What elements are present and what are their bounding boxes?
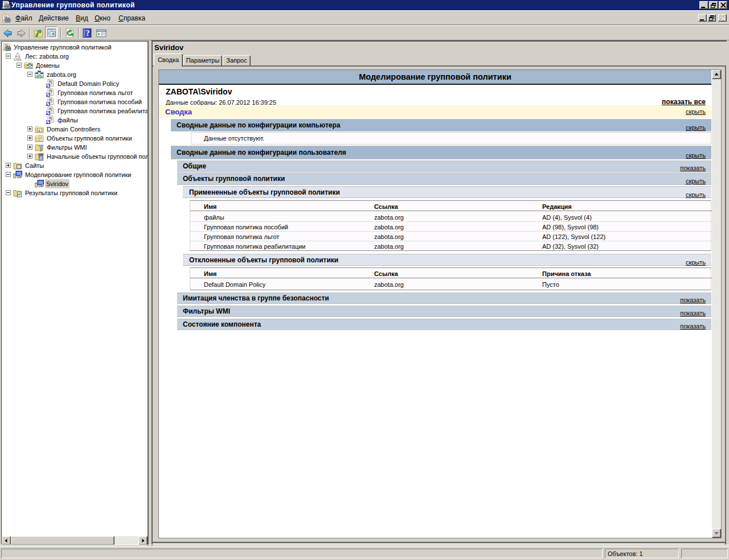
svg-text:?: ? (86, 29, 90, 38)
